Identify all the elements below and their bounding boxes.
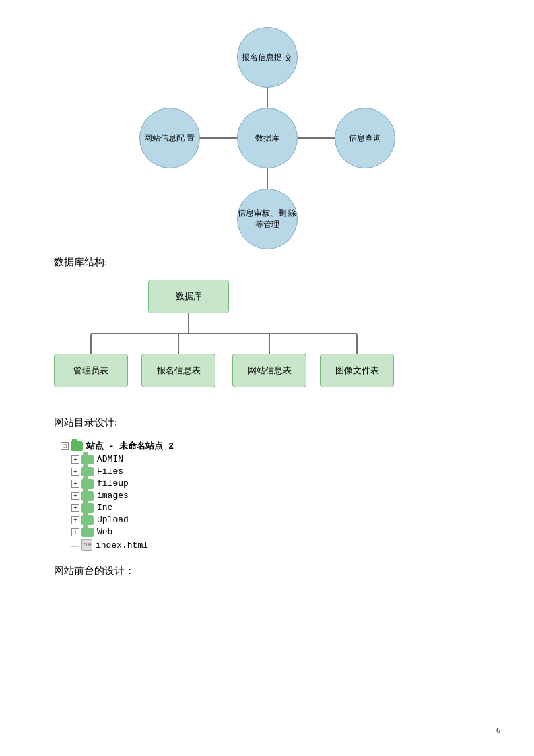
db-child-1: 管理员表: [54, 354, 128, 387]
db-child-3: 网站信息表: [232, 354, 306, 387]
dir-fileup: + fileup: [71, 478, 480, 489]
dir-images: + images: [71, 491, 480, 501]
dir-files: + Files: [71, 466, 480, 476]
folder-icon-inc: [81, 503, 94, 513]
node-audit: 信息审核、删 除等管理: [237, 189, 298, 249]
folder-icon-files: [81, 467, 94, 476]
file-icon-html: ItH: [81, 539, 92, 551]
page-number: 6: [496, 726, 500, 736]
folder-icon-upload: [81, 515, 94, 525]
section-dir-design: 网站目录设计:: [54, 416, 480, 429]
folder-icon-web: [81, 528, 94, 537]
network-diagram: 报名信息提 交 网站信息配 置 数据库 信息查询 信息审核、删 除等管理: [126, 27, 409, 256]
node-info-query: 信息查询: [335, 108, 395, 168]
node-registration: 报名信息提 交: [237, 27, 298, 88]
dir-admin: + ADMIN: [71, 454, 480, 464]
collapse-icon[interactable]: □: [61, 442, 69, 450]
dir-inc: + Inc: [71, 503, 480, 513]
dir-index-html: …… ItH index.html: [71, 539, 480, 551]
folder-icon-admin: [81, 455, 94, 464]
expand-icon-upload[interactable]: +: [71, 516, 79, 524]
page: 报名信息提 交 网站信息配 置 数据库 信息查询 信息审核、删 除等管理 数据库…: [0, 0, 534, 756]
section-db-structure: 数据库结构:: [54, 256, 480, 269]
dir-upload: + Upload: [71, 515, 480, 525]
node-site-config: 网站信息配 置: [139, 108, 200, 168]
expand-icon-admin[interactable]: +: [71, 455, 79, 464]
expand-icon-fileup[interactable]: +: [71, 480, 79, 488]
db-structure-diagram: 数据库 管理员表 报名信息表 网站信息表 图像文件表: [54, 280, 404, 404]
file-line-prefix: ……: [71, 542, 79, 549]
dir-web: + Web: [71, 527, 480, 537]
node-database: 数据库: [237, 108, 298, 168]
directory-tree: □ 站点 - 未命名站点 2 + ADMIN + Files + fileup …: [61, 440, 480, 551]
folder-icon-fileup: [81, 479, 94, 489]
folder-icon-images: [81, 491, 94, 501]
expand-icon-files[interactable]: +: [71, 468, 79, 476]
expand-icon-images[interactable]: +: [71, 492, 79, 500]
root-folder-icon: [71, 441, 83, 451]
dir-root: □ 站点 - 未命名站点 2: [61, 440, 480, 452]
expand-icon-inc[interactable]: +: [71, 504, 79, 512]
section-frontend: 网站前台的设计：: [54, 565, 480, 577]
expand-icon-web[interactable]: +: [71, 528, 79, 536]
db-child-2: 报名信息表: [141, 354, 215, 387]
db-top-node: 数据库: [148, 280, 229, 313]
db-child-4: 图像文件表: [320, 354, 394, 387]
